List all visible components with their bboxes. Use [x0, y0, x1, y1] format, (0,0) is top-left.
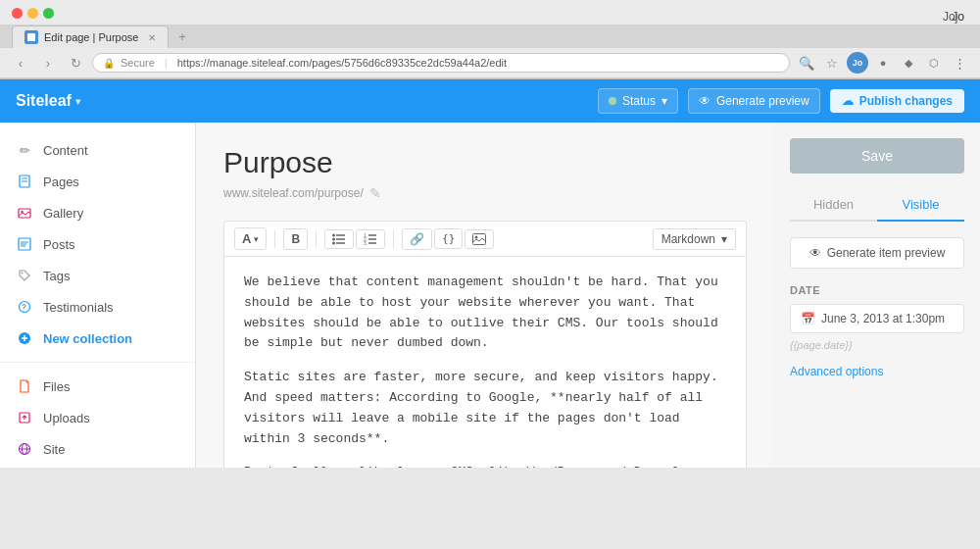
- address-text: https://manage.siteleaf.com/pages/5756d6…: [177, 57, 779, 69]
- sidebar-item-pages[interactable]: Pages: [0, 166, 195, 197]
- toolbar-sep-1: [274, 230, 275, 248]
- sidebar-files-label: Files: [43, 379, 70, 394]
- sidebar-item-new-collection[interactable]: New collection: [0, 323, 195, 354]
- browser-nav: ‹ › ↻ 🔒 Secure | https://manage.siteleaf…: [0, 48, 980, 78]
- svg-text:3.: 3.: [364, 240, 368, 245]
- date-label: DATE: [790, 284, 964, 296]
- reload-btn[interactable]: ↻: [65, 52, 86, 74]
- preview-label: Generate preview: [716, 94, 809, 108]
- edit-url-icon[interactable]: ✎: [369, 185, 381, 201]
- hidden-tab[interactable]: Hidden: [790, 189, 877, 222]
- sidebar-site-label: Site: [43, 442, 65, 457]
- back-btn[interactable]: ‹: [10, 52, 31, 74]
- cloud-icon: ☁: [842, 94, 854, 108]
- lock-icon: 🔒: [103, 58, 115, 69]
- status-button[interactable]: Status ▾: [598, 88, 678, 114]
- pages-icon: [16, 173, 33, 190]
- sidebar-gallery-label: Gallery: [43, 206, 83, 221]
- main-content: Purpose www.siteleaf.com/purpose/ ✎ A ▾ …: [196, 123, 774, 468]
- url-text: www.siteleaf.com/purpose/: [223, 186, 364, 200]
- right-panel: Save Hidden Visible 👁 Generate item prev…: [774, 123, 980, 468]
- code-button[interactable]: {}: [434, 228, 463, 249]
- status-label: Status: [622, 94, 656, 108]
- secure-label: Secure: [121, 57, 155, 69]
- sidebar: ✏ Content Pages Gallery Posts: [0, 123, 196, 468]
- editor-body[interactable]: We believe that content management shoul…: [223, 256, 747, 468]
- format-chevron-icon: ▾: [721, 232, 727, 246]
- editor-paragraph-2: Static sites are faster, more secure, an…: [244, 368, 726, 449]
- font-size-button[interactable]: A ▾: [234, 227, 267, 250]
- sidebar-item-testimonials[interactable]: Testimonials: [0, 291, 195, 323]
- eye-icon: 👁: [699, 94, 710, 108]
- user-avatar[interactable]: Jo: [847, 52, 868, 74]
- page-title: Purpose: [223, 146, 747, 179]
- svg-point-9: [22, 273, 24, 274]
- advanced-options-link[interactable]: Advanced options: [790, 365, 964, 378]
- separator: |: [165, 57, 168, 69]
- bold-button[interactable]: B: [283, 228, 308, 250]
- forward-btn[interactable]: ›: [37, 52, 59, 74]
- app-header: Siteleaf ▾ Status ▾ 👁 Generate preview ☁…: [0, 79, 980, 123]
- generate-preview-header-button[interactable]: 👁 Generate preview: [688, 88, 820, 114]
- generate-preview-label: Generate item preview: [827, 246, 946, 260]
- link-button[interactable]: 🔗: [402, 228, 432, 250]
- search-icon-btn[interactable]: 🔍: [796, 52, 817, 74]
- header-right: Status ▾ 👁 Generate preview ☁ Publish ch…: [598, 88, 964, 114]
- tab-close-btn[interactable]: ✕: [148, 32, 156, 43]
- maximize-dot[interactable]: [43, 8, 54, 19]
- logo-chevron-icon[interactable]: ▾: [75, 96, 80, 107]
- image-button[interactable]: [465, 229, 494, 249]
- close-dot[interactable]: [12, 8, 23, 19]
- sidebar-item-content[interactable]: ✏ Content: [0, 134, 195, 166]
- posts-icon: [16, 235, 33, 253]
- toolbar-dropdown: Markdown ▾: [653, 228, 736, 250]
- svg-point-25: [332, 237, 335, 240]
- new-tab-btn[interactable]: +: [171, 25, 194, 48]
- format-select[interactable]: Markdown ▾: [653, 228, 736, 250]
- date-value: June 3, 2013 at 1:30pm: [821, 312, 945, 325]
- eye-small-icon: 👁: [809, 246, 821, 260]
- date-field[interactable]: 📅 June 3, 2013 at 1:30pm: [790, 304, 964, 333]
- testimonials-icon: [16, 298, 33, 316]
- publish-changes-button[interactable]: ☁ Publish changes: [830, 89, 964, 113]
- ordered-list-button[interactable]: 1.2.3.: [356, 229, 385, 249]
- sidebar-item-uploads[interactable]: Uploads: [0, 402, 195, 433]
- gallery-icon: [16, 204, 33, 222]
- sidebar-item-posts[interactable]: Posts: [0, 228, 195, 260]
- tags-icon: [16, 267, 33, 284]
- menu-icon-btn[interactable]: ⋮: [949, 52, 970, 74]
- font-size-chevron: ▾: [254, 234, 259, 244]
- toolbar-sep-3: [393, 230, 394, 248]
- unordered-list-button[interactable]: [324, 229, 354, 249]
- minimize-dot[interactable]: [27, 8, 38, 19]
- toolbar-font-group: A ▾: [234, 227, 267, 250]
- editor-paragraph-1: We believe that content management shoul…: [244, 273, 726, 354]
- extension2-icon-btn[interactable]: ◆: [898, 52, 919, 74]
- extension3-icon-btn[interactable]: ⬡: [923, 52, 945, 74]
- address-bar[interactable]: 🔒 Secure | https://manage.siteleaf.com/p…: [92, 53, 790, 73]
- tab-favicon: [24, 30, 38, 44]
- extension-icon-btn[interactable]: ●: [872, 52, 894, 74]
- svg-point-11: [24, 310, 24, 311]
- user-name-display: Jojo: [943, 10, 964, 24]
- bookmark-icon-btn[interactable]: ☆: [821, 52, 843, 74]
- toolbar-sep-2: [316, 230, 317, 248]
- generate-item-preview-button[interactable]: 👁 Generate item preview: [790, 237, 964, 269]
- sidebar-item-tags[interactable]: Tags: [0, 260, 195, 291]
- sidebar-tags-label: Tags: [43, 269, 70, 283]
- toolbar-list-group: 1.2.3.: [324, 229, 385, 249]
- visible-tab[interactable]: Visible: [877, 189, 964, 222]
- status-chevron-icon: ▾: [662, 94, 667, 108]
- toolbar-insert-group: 🔗 {}: [402, 228, 494, 250]
- active-tab[interactable]: Edit page | Purpose ✕: [12, 25, 169, 48]
- sidebar-new-collection-label: New collection: [43, 331, 132, 346]
- browser-dots: [12, 8, 54, 19]
- uploads-icon: [16, 409, 33, 426]
- sidebar-item-site[interactable]: Site: [0, 433, 195, 465]
- app-logo: Siteleaf ▾: [16, 92, 80, 110]
- sidebar-divider: [0, 362, 195, 363]
- sidebar-item-gallery[interactable]: Gallery: [0, 197, 195, 228]
- sidebar-item-files[interactable]: Files: [0, 371, 195, 402]
- logo-text: Siteleaf: [16, 92, 72, 110]
- save-button[interactable]: Save: [790, 138, 964, 174]
